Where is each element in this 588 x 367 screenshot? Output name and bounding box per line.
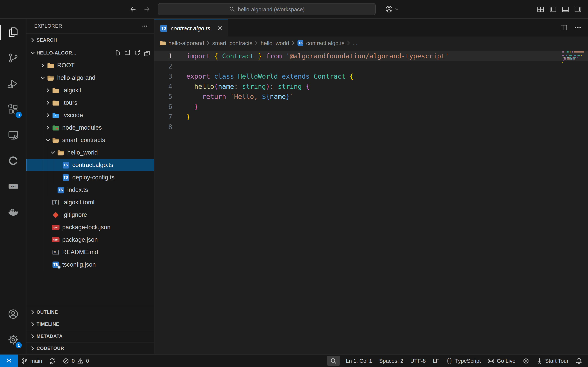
close-icon[interactable]	[217, 25, 223, 32]
status-branch[interactable]: main	[18, 355, 46, 367]
customize-layout-icon[interactable]	[537, 5, 544, 13]
sidebar-bottom-sections: OUTLINETIMELINEMETADATACODETOUR	[26, 306, 154, 354]
tree-item[interactable]: TStsconfig.json	[26, 259, 154, 271]
refresh-icon[interactable]	[134, 50, 140, 56]
remote-indicator-button[interactable]	[0, 355, 18, 367]
source-control-icon	[7, 52, 19, 64]
activity-extensions[interactable]: 3	[0, 97, 26, 122]
tree-item[interactable]: ROOT	[26, 59, 154, 72]
tree-item[interactable]: node_modules	[26, 121, 154, 134]
code-line[interactable]: 7}	[154, 112, 588, 122]
status-sync[interactable]	[46, 355, 59, 367]
indent-guide	[48, 146, 48, 159]
status-zoom[interactable]	[327, 356, 340, 366]
collapse-all-icon[interactable]	[144, 50, 150, 56]
tree-item[interactable]: TSindex.ts	[26, 184, 154, 196]
tree-item[interactable]: [T].algokit.toml	[26, 196, 154, 209]
activity-bar-bottom: 1	[0, 301, 26, 354]
status-indentation[interactable]: Spaces: 2	[376, 355, 407, 367]
activity-source-control[interactable]	[0, 45, 26, 71]
code-line[interactable]: 2	[154, 61, 588, 71]
code-line[interactable]: 1import { Contract } from '@algorandfoun…	[154, 51, 588, 61]
history-forward-button[interactable]	[140, 3, 154, 15]
status-encoding[interactable]: UTF-8	[407, 355, 429, 367]
status-extension-status[interactable]	[519, 355, 532, 367]
chevron-spacer	[55, 162, 61, 168]
breadcrumb-item[interactable]: hello-algorand	[160, 40, 204, 47]
section-metadata[interactable]: METADATA	[26, 330, 154, 342]
section-timeline[interactable]: TIMELINE	[26, 318, 154, 330]
activity-remote-explorer[interactable]	[0, 122, 26, 148]
sidebar-spacer	[26, 271, 154, 306]
section-codetour[interactable]: CODETOUR	[26, 342, 154, 354]
activity-algokit[interactable]	[0, 148, 26, 174]
code-line[interactable]: 8	[154, 122, 588, 132]
section-outline[interactable]: OUTLINE	[26, 306, 154, 318]
breadcrumb-item[interactable]: smart_contracts	[212, 40, 252, 46]
breadcrumb-item[interactable]: hello_world	[261, 40, 289, 46]
activity-accounts[interactable]	[0, 301, 26, 327]
chevron-spacer	[45, 224, 51, 230]
toggle-panel-icon[interactable]	[562, 5, 569, 13]
minimap-token	[576, 55, 577, 56]
minimap-token	[574, 58, 575, 59]
tab-contract-algo-ts[interactable]: TS contract.algo.ts	[154, 19, 228, 37]
status-notifications[interactable]	[572, 355, 586, 367]
tree-item[interactable]: .vscode	[26, 109, 154, 121]
tree-item[interactable]: hello_world	[26, 146, 154, 159]
code-token	[262, 52, 266, 60]
command-center-search[interactable]: hello-algorand (Workspace)	[158, 3, 376, 15]
code-line[interactable]: 3export class HelloWorld extends Contrac…	[154, 71, 588, 81]
status-language-mode[interactable]: {}TypeScript	[443, 355, 484, 367]
badge: 3	[16, 112, 22, 118]
tree-item[interactable]: .tours	[26, 97, 154, 109]
activity-explorer[interactable]	[0, 19, 26, 45]
toggle-sidebar-icon[interactable]	[549, 5, 557, 13]
minimap-token	[566, 51, 566, 52]
more-actions-icon[interactable]	[142, 23, 148, 29]
activity-run-debug[interactable]	[0, 71, 26, 97]
tree-item[interactable]: smart_contracts	[26, 134, 154, 146]
tree-item[interactable]: TSdeploy-config.ts	[26, 171, 154, 184]
status-bar-left: main00	[18, 355, 93, 367]
status-codetour[interactable]: Start Tour	[532, 355, 572, 367]
profile-button[interactable]	[385, 5, 399, 13]
status-problems[interactable]: 00	[59, 355, 93, 367]
code-line[interactable]: 4 hello(name: string): string {	[154, 81, 588, 92]
code-token: (	[214, 83, 218, 90]
chevron-down-icon	[40, 75, 46, 81]
code-editor[interactable]: 1import { Contract } from '@algorandfoun…	[154, 49, 588, 354]
status-eol[interactable]: LF	[429, 355, 443, 367]
magnifier-icon	[330, 358, 337, 364]
tree-item[interactable]: TScontract.algo.ts	[26, 159, 154, 171]
new-folder-icon[interactable]	[124, 50, 131, 56]
status-go-live[interactable]: Go Live	[484, 355, 519, 367]
tree-item[interactable]: hello-algorand	[26, 72, 154, 84]
code-line[interactable]: 6 }	[154, 101, 588, 112]
breadcrumb-item[interactable]: TScontract.algo.ts	[297, 40, 345, 47]
tree-item[interactable]: .gitignore	[26, 209, 154, 221]
tree-item[interactable]: npmpackage-lock.json	[26, 221, 154, 234]
tree-item[interactable]: npmpackage.json	[26, 234, 154, 246]
status-cursor-position[interactable]: Ln 1, Col 1	[342, 355, 376, 367]
minimap[interactable]	[562, 51, 584, 65]
code-line[interactable]: 5 return `Hello, ${name}`	[154, 92, 588, 101]
code-token: ${	[262, 93, 270, 100]
new-file-icon[interactable]	[115, 50, 121, 56]
breadcrumb-item[interactable]: ...	[353, 40, 357, 46]
more-actions-icon[interactable]	[574, 24, 582, 32]
section-search[interactable]: SEARCH	[26, 33, 154, 46]
activity-settings[interactable]: 1	[0, 327, 26, 353]
tree-item[interactable]: M↓README.md	[26, 246, 154, 259]
split-editor-icon[interactable]	[560, 24, 568, 32]
toggle-secondary-sidebar-icon[interactable]	[574, 5, 582, 13]
history-back-button[interactable]	[126, 3, 140, 15]
tree-item[interactable]: .algokit	[26, 84, 154, 97]
activity-dotenv[interactable]: .ENV	[0, 174, 26, 199]
minimap-token	[573, 57, 574, 58]
activity-docker[interactable]	[0, 199, 26, 225]
minimap-token	[562, 57, 563, 58]
workspace-header[interactable]: HELLO-ALGOR...	[26, 46, 154, 59]
tree-item-label: index.ts	[67, 186, 88, 193]
minimap-token	[574, 55, 576, 56]
